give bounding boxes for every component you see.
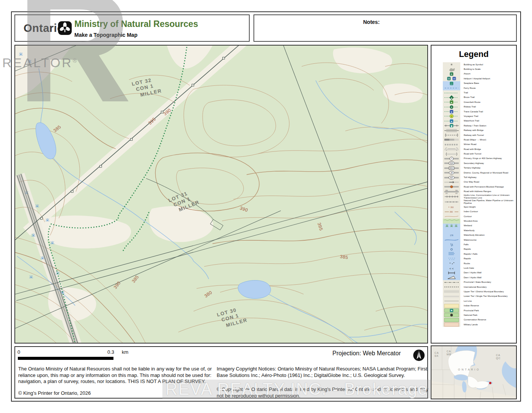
legend-item-waterbody: Waterbody — [443, 228, 516, 233]
legend-label: Dam \ Hydro Wall — [460, 276, 516, 279]
legend-rows: Building as SymbolBuilding to Scale✈Airp… — [443, 62, 516, 327]
legend-swatch-one-way — [443, 180, 460, 184]
legend-label: Heliport \ Hospital Heliport — [460, 77, 516, 80]
svg-text:178: 178 — [450, 234, 453, 236]
legend-swatch-rail-station: ▮ — [443, 123, 460, 128]
legend-item-winter-road: Winter Road — [443, 142, 516, 147]
legend-swatch-rail-bridge — [443, 128, 460, 132]
legend-label: Railway with Bridge — [460, 129, 516, 132]
legend-swatch-district-road: 28 — [443, 170, 460, 175]
projection-label: Projection: Web Mercator — [332, 350, 401, 357]
legend-item-contour: Contour — [443, 214, 516, 219]
legend-item-airport: ✈Airport — [443, 72, 516, 76]
ministry-subtitle: Make a Topographic Map — [74, 32, 137, 38]
legend-label: Provincial Park — [460, 309, 516, 312]
legend-label: Waterbody — [460, 229, 516, 232]
legend-item-toll: 407Toll Highway — [443, 175, 516, 180]
legend-item-intl-bdy: International Boundary — [443, 285, 516, 289]
legend-swatch-index-contour: 390 — [443, 210, 460, 214]
legend-item-seaplane: ⚓Seaplane Base — [443, 81, 516, 86]
legend-swatch-bruce: ▲ — [443, 95, 460, 100]
legend-swatch-indian — [443, 303, 460, 308]
legend-label: Seaplane Base — [460, 82, 516, 85]
legend-swatch-seaplane: ⚓ — [443, 81, 460, 86]
legend-swatch-rapids2 — [443, 257, 460, 261]
legend-swatch-rapids-sm — [443, 247, 460, 252]
ontario-trillium-icon — [58, 20, 72, 37]
notes-box: Notes: — [253, 14, 517, 42]
legend-item-index-contour: 390Index Contour — [443, 210, 516, 214]
legend-label: International Boundary — [460, 286, 516, 288]
legend-item-lock: < <Lock Gate — [443, 266, 516, 270]
legend-swatch-rocks — [443, 261, 460, 266]
scale-end-label: 0.3 — [107, 349, 114, 355]
legend-item-rapids-falls: Rapids \ Falls — [443, 252, 516, 256]
disclaimer-text: The Ontario Ministry of Natural Resource… — [18, 366, 212, 385]
legend-item-road-major: Road (Major → Minor) — [443, 137, 516, 142]
legend-swatch-heliport: HH — [443, 76, 460, 81]
svg-text:407: 407 — [450, 177, 453, 179]
inset-region-label: CA SK — [434, 352, 439, 358]
legend-label: Military Lands — [460, 323, 516, 326]
ministry-title: Ministry of Natural Resources — [74, 19, 198, 29]
legend-label: Upper Tier \ District Municipal Boundary — [460, 290, 516, 293]
svg-text:⚑: ⚑ — [450, 309, 453, 312]
legend-label: Secondary Highway — [460, 162, 516, 165]
legend-label: Building as Symbol — [460, 63, 516, 66]
legend-swatch-military — [443, 322, 460, 327]
legend-label: Airport — [460, 73, 516, 75]
legend-label: Road with Permanent Blocked Passage — [460, 186, 516, 188]
legend-item-waterfront: ●Waterfront Trail — [443, 119, 516, 123]
legend-label: Tertiary Highway — [460, 167, 516, 169]
header-box: Ontario Ministry of Natural Resources Ma… — [14, 14, 250, 42]
legend-label: District, County, Regional or Municipal … — [460, 172, 516, 174]
legend-swatch-pipeline — [443, 199, 460, 205]
svg-text:801: 801 — [450, 167, 453, 169]
imagery-copyright-text: Imagery Copyright Notices: Ontario Minis… — [217, 366, 429, 378]
legend-swatch-watercourse — [443, 238, 460, 242]
legend-item-rapids-sm: Rapids — [443, 247, 516, 252]
legend-label: Contour — [460, 215, 516, 218]
legend-label: Ferry Route — [460, 87, 516, 90]
parcel-copyright-text: © Copyright for Ontario Parcel data is h… — [217, 386, 431, 399]
legend-label: Lot Line — [460, 300, 516, 303]
north-arrow-icon — [412, 349, 425, 363]
legend-item-bruce: ▲Bruce Trail — [443, 95, 516, 100]
legend-label: Trans Canada Trail — [460, 110, 516, 113]
legend-label: Rapids \ Falls — [460, 253, 516, 255]
legend-label: Rideau Trail — [460, 106, 516, 108]
legend-swatch-rapids-falls — [443, 252, 460, 256]
legend-item-trail: Trail — [443, 90, 516, 95]
svg-text:▮: ▮ — [451, 125, 452, 127]
svg-text:●: ● — [451, 106, 452, 108]
legend-swatch-lower-bdy — [443, 294, 460, 299]
legend-swatch-building-symbol — [443, 62, 460, 67]
legend-item-building-scale: Building to Scale — [443, 67, 516, 71]
legend-swatch-hwy-tertiary: 801 — [443, 166, 460, 170]
legend-swatch-road-tunnel — [443, 151, 460, 156]
legend-swatch-dam1 — [443, 271, 460, 275]
legend-swatch-airport: ✈ — [443, 72, 460, 76]
legend-swatch-greenbelt: ● — [443, 100, 460, 104]
legend-item-heliport: HHHeliport \ Hospital Heliport — [443, 76, 516, 81]
legend-label: Voyageur Trail — [460, 115, 516, 118]
legend-item-rocks: Rocks — [443, 261, 516, 266]
legend-swatch-voyageur: ● — [443, 114, 460, 118]
legend-label: Road with Tunnel — [460, 153, 516, 155]
copyright-text: © King's Printer for Ontario, 2026 — [18, 390, 91, 396]
notes-label: Notes: — [363, 19, 380, 25]
legend-swatch-contour — [443, 214, 460, 219]
svg-text:●: ● — [451, 110, 452, 113]
inset-region-label: O N T A R I O — [458, 368, 479, 371]
legend-swatch-dam2 — [443, 275, 460, 280]
legend-item-lower-bdy: Lower Tier \ Single Tier Municipal Bound… — [443, 294, 516, 299]
legend-swatch-trail — [443, 90, 460, 95]
inset-region-label: CA MB — [447, 350, 452, 356]
legend-swatch-hwy-secondary: 526 — [443, 161, 460, 166]
legend-label: Greenbelt Route — [460, 101, 516, 104]
legend-swatch-prov-park: ⚑ — [443, 308, 460, 313]
svg-text:●: ● — [451, 115, 452, 118]
legend-label: Provincial \ State Boundary — [460, 281, 516, 284]
legend-item-one-way: One Way Road — [443, 180, 516, 184]
legend-label: Road (Major → Minor) — [460, 139, 516, 141]
